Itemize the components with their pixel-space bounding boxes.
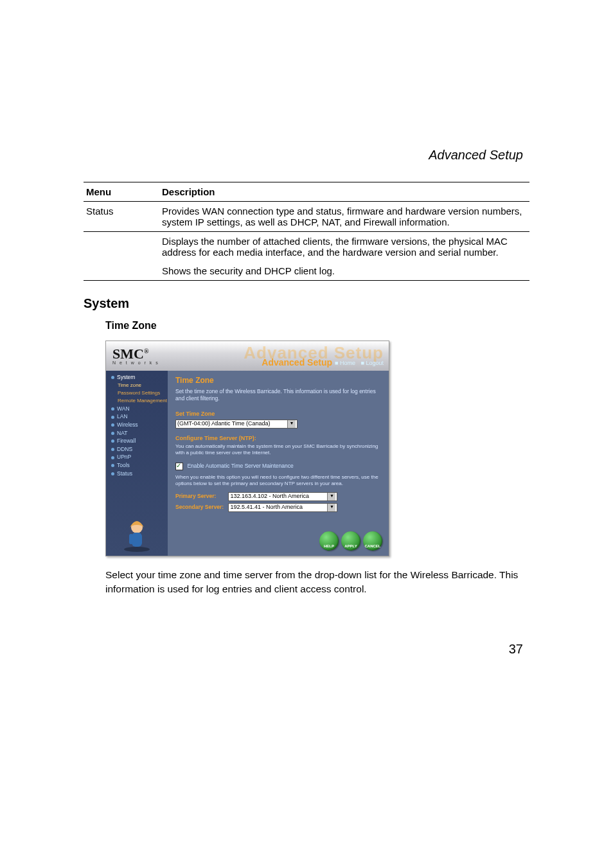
menu-description-table: Menu Description Status Provides WAN con… (84, 182, 529, 281)
col-header-description: Description (159, 182, 529, 202)
chevron-down-icon: ▼ (327, 493, 335, 500)
page-title: Advanced Setup (84, 148, 523, 163)
cell-desc: Displays the number of attached clients,… (159, 232, 529, 262)
secondary-server-label: Secondary Server: (175, 504, 227, 511)
content-note: Set the time zone of the Wireless Barric… (175, 388, 382, 402)
table-row: Displays the number of attached clients,… (84, 232, 529, 262)
sidebar-item-ddns[interactable]: DDNS (106, 445, 168, 454)
sidebar-sub-remote[interactable]: Remote Management (106, 397, 168, 405)
col-header-menu: Menu (84, 182, 159, 202)
ntp-note: You can automatically maintain the syste… (175, 443, 381, 456)
svg-point-0 (124, 547, 150, 552)
primary-server-select[interactable]: 132.163.4.102 - North America ▼ (228, 492, 337, 501)
sidebar-item-upnp[interactable]: UPnP (106, 453, 168, 461)
home-link[interactable]: ■ Home (335, 360, 355, 366)
cell-desc: Provides WAN connection type and status,… (159, 202, 529, 232)
router-content: Time Zone Set the time zone of the Wirel… (168, 371, 389, 556)
apply-button[interactable]: APPLY (341, 531, 360, 551)
sidebar-item-firewall[interactable]: Firewall (106, 437, 168, 445)
sidebar-item-status[interactable]: Status (106, 470, 168, 478)
sidebar-item-nat[interactable]: NAT (106, 429, 168, 438)
cell-desc: Shows the security and DHCP client log. (159, 261, 529, 281)
primary-server-value: 132.163.4.102 - North America (230, 493, 309, 500)
action-button-row: HELP APPLY CANCEL (319, 531, 382, 551)
cell-menu: Status (84, 202, 159, 232)
banner-links: ■ Home ■ Logout (331, 360, 384, 367)
svg-rect-3 (129, 534, 133, 544)
set-timezone-label: Set Time Zone (175, 411, 382, 418)
config-two-servers-note: When you enable this option you will nee… (175, 474, 381, 487)
heading-system: System (84, 296, 529, 311)
timezone-select[interactable]: (GMT-04:00) Atlantic Time (Canada) ▼ (175, 420, 298, 429)
chevron-down-icon: ▼ (327, 504, 335, 511)
sidebar-sub-password[interactable]: Password Settings (106, 389, 168, 397)
sidebar-item-lan[interactable]: LAN (106, 412, 168, 421)
ntp-heading: Configure Time Server (NTP): (175, 435, 382, 442)
smc-logo-subtext: N e t w o r k s (112, 360, 159, 366)
table-row: Status Provides WAN connection type and … (84, 202, 529, 232)
router-banner: SMC® N e t w o r k s Advanced Setup Adva… (106, 341, 389, 371)
banner-title: Advanced Setup (262, 357, 332, 369)
sidebar-item-wireless[interactable]: Wireless (106, 421, 168, 429)
timezone-select-value: (GMT-04:00) Atlantic Time (Canada) (177, 420, 271, 427)
table-row: Shows the security and DHCP client log. (84, 261, 529, 281)
page-number: 37 (84, 642, 523, 657)
content-title: Time Zone (175, 376, 382, 385)
router-screenshot: ▲ ▼ SMC® N e t w o r k s Advanced Setup … (105, 341, 389, 556)
checkbox-label: Enable Automatic Time Server Maintenance (187, 463, 293, 469)
chevron-down-icon: ▼ (287, 420, 296, 428)
sidebar-item-system[interactable]: System (106, 373, 168, 382)
sidebar-item-tools[interactable]: Tools (106, 461, 168, 470)
sidebar-avatar-icon (106, 516, 168, 552)
primary-server-label: Primary Server: (175, 493, 227, 500)
heading-timezone: Time Zone (105, 320, 529, 332)
router-sidebar: System Time zone Password Settings Remot… (106, 371, 168, 556)
sidebar-item-wan[interactable]: WAN (106, 405, 168, 413)
body-paragraph: Select your time zone and time server fr… (105, 568, 529, 597)
secondary-server-select[interactable]: 192.5.41.41 - North America ▼ (228, 503, 337, 512)
secondary-server-value: 192.5.41.41 - North America (230, 504, 303, 511)
enable-auto-time-checkbox[interactable]: Enable Automatic Time Server Maintenance (175, 463, 382, 470)
sidebar-sub-timezone[interactable]: Time zone (106, 382, 168, 389)
document-page: Advanced Setup Menu Description Status P… (0, 0, 613, 708)
svg-rect-2 (132, 533, 142, 547)
checkbox-icon (175, 463, 183, 470)
logout-link[interactable]: ■ Logout (361, 360, 384, 366)
table-header-row: Menu Description (84, 182, 529, 202)
cancel-button[interactable]: CANCEL (363, 531, 382, 551)
help-button[interactable]: HELP (319, 531, 339, 551)
